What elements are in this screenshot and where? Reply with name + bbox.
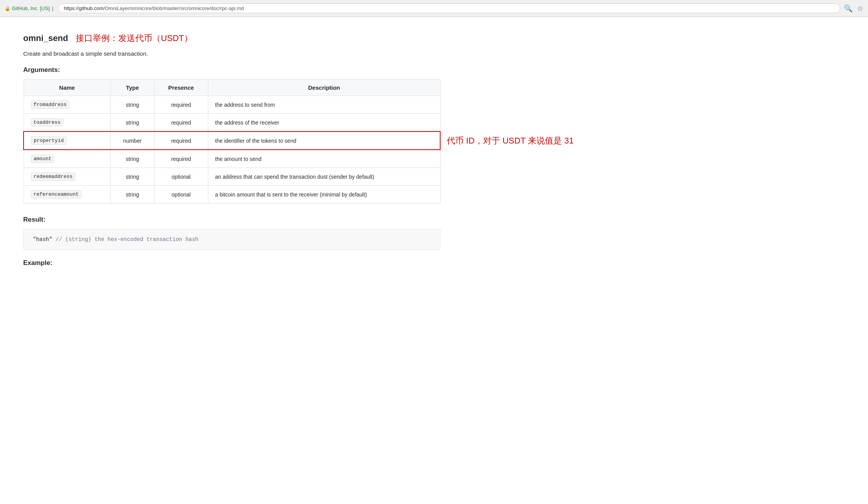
example-title: Example: bbox=[23, 259, 441, 267]
page-description: Create and broadcast a simple send trans… bbox=[23, 50, 441, 57]
arguments-section: Arguments: Name Type Presence Descriptio… bbox=[23, 66, 441, 203]
search-icon[interactable]: 🔍 bbox=[844, 4, 853, 13]
col-header-description: Description bbox=[208, 80, 440, 96]
security-indicator: 🔒 GitHub, Inc. [US] | bbox=[5, 5, 54, 11]
address-bar[interactable]: https://github.com /OmniLayer/omnicore/b… bbox=[58, 3, 840, 13]
row-name: redeemaddress bbox=[24, 168, 111, 186]
row-description: the identifier of the tokens to send代币 I… bbox=[208, 132, 440, 150]
url-separator: | bbox=[52, 5, 53, 11]
result-title: Result: bbox=[23, 216, 441, 224]
result-code: "hash" // (string) the hex-encoded trans… bbox=[33, 236, 198, 243]
page-content: omni_send 接口举例：发送代币（USDT） Create and bro… bbox=[0, 17, 464, 288]
col-header-presence: Presence bbox=[154, 80, 208, 96]
row-description: the amount to send bbox=[208, 150, 440, 168]
arguments-title: Arguments: bbox=[23, 66, 441, 74]
url-base: https://github.com bbox=[64, 5, 104, 11]
row-presence: optional bbox=[154, 168, 208, 186]
result-section: Result: "hash" // (string) the hex-encod… bbox=[23, 216, 441, 250]
row-name: fromaddress bbox=[24, 96, 111, 114]
row-presence: optional bbox=[154, 186, 208, 203]
table-wrapper: Name Type Presence Description fromaddre… bbox=[23, 79, 441, 203]
table-header-row: Name Type Presence Description bbox=[24, 80, 440, 96]
row-type: string bbox=[111, 114, 154, 132]
table-row: fromaddressstringrequiredthe address to … bbox=[24, 96, 440, 114]
row-name: propertyid bbox=[24, 132, 111, 150]
table-row: referenceamountstringoptionala bitcoin a… bbox=[24, 186, 440, 203]
row-name: amount bbox=[24, 150, 111, 168]
page-header: omni_send 接口举例：发送代币（USDT） bbox=[23, 32, 441, 44]
row-description: a bitcoin amount that is sent to the rec… bbox=[208, 186, 440, 203]
row-type: string bbox=[111, 96, 154, 114]
row-type: number bbox=[111, 132, 154, 150]
api-name: omni_send bbox=[23, 33, 68, 43]
row-name: toaddress bbox=[24, 114, 111, 132]
lock-icon: 🔒 bbox=[5, 6, 10, 11]
col-header-type: Type bbox=[111, 80, 154, 96]
row-description: an address that can spend the transactio… bbox=[208, 168, 440, 186]
row-type: string bbox=[111, 186, 154, 203]
arguments-table: Name Type Presence Description fromaddre… bbox=[23, 79, 441, 203]
row-description: the address of the receiver bbox=[208, 114, 440, 132]
row-description: the address to send from bbox=[208, 96, 440, 114]
col-header-name: Name bbox=[24, 80, 111, 96]
table-row: toaddressstringrequiredthe address of th… bbox=[24, 114, 440, 132]
bookmark-icon[interactable]: ☆ bbox=[857, 4, 863, 13]
row-presence: required bbox=[154, 150, 208, 168]
row-name: referenceamount bbox=[24, 186, 111, 203]
row-presence: required bbox=[154, 96, 208, 114]
row-type: string bbox=[111, 150, 154, 168]
table-row: propertyidnumberrequiredthe identifier o… bbox=[24, 132, 440, 150]
result-comment: // (string) the hex-encoded transaction … bbox=[56, 236, 199, 243]
row-presence: required bbox=[154, 114, 208, 132]
url-path: /OmniLayer/omnicore/blob/master/src/omni… bbox=[104, 5, 244, 11]
table-row: redeemaddressstringoptionalan address th… bbox=[24, 168, 440, 186]
security-label: GitHub, Inc. [US] bbox=[12, 5, 50, 11]
api-subtitle: 接口举例：发送代币（USDT） bbox=[76, 32, 192, 44]
browser-chrome: 🔒 GitHub, Inc. [US] | https://github.com… bbox=[0, 0, 868, 17]
result-code-block: "hash" // (string) the hex-encoded trans… bbox=[23, 229, 441, 250]
browser-actions: 🔍 ☆ bbox=[844, 4, 863, 13]
table-row: amountstringrequiredthe amount to send bbox=[24, 150, 440, 168]
row-type: string bbox=[111, 168, 154, 186]
highlight-annotation: 代币 ID，对于 USDT 来说值是 31 bbox=[447, 135, 618, 147]
example-section: Example: bbox=[23, 259, 441, 267]
row-presence: required bbox=[154, 132, 208, 150]
